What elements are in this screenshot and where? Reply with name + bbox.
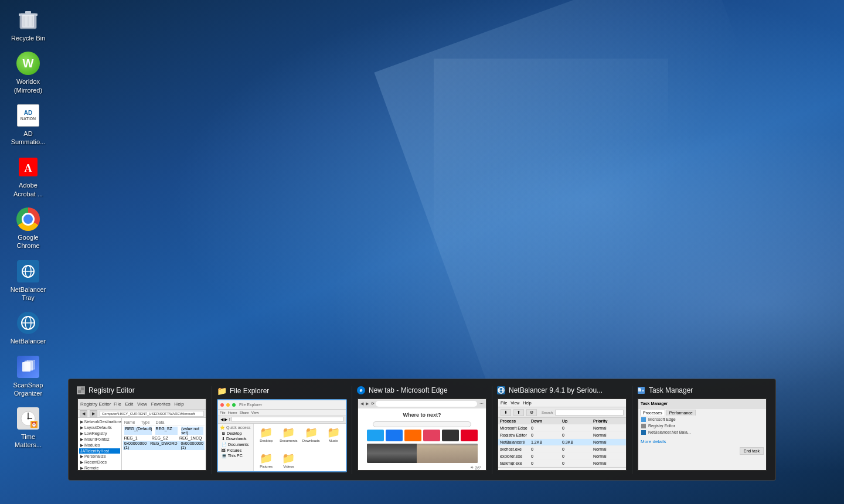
taskmgr-item-1: Microsoft Edge <box>639 417 765 423</box>
taskbar-popup: Registry Editor Registry Editor File Edi… <box>68 379 776 481</box>
separator-4 <box>632 386 632 474</box>
scansnap-icon <box>16 355 40 379</box>
thumb-header-explorer: 📁 File Explorer <box>215 386 349 399</box>
thumb-netbalancer[interactable]: NetBalancer 9.4.1 by Seriou... File View… <box>495 386 629 471</box>
edge-icon: e <box>357 386 365 394</box>
registry-editor-title: Registry Editor <box>89 386 135 394</box>
thumb-edge[interactable]: e New tab - Microsoft Edge ◀ ▶ ⟳ ⋯ Where… <box>355 386 489 471</box>
svg-text:A: A <box>25 162 32 174</box>
svg-rect-36 <box>640 389 641 391</box>
recycle-bin-icon <box>16 8 40 32</box>
google-chrome-label: Google Chrome <box>8 233 48 250</box>
svg-rect-37 <box>641 417 646 422</box>
desktop-icon-worldox[interactable]: W Worldox (Mirrored) <box>6 49 50 97</box>
thumb-task-manager[interactable]: Task Manager Task Manager Processes Perf… <box>635 386 770 471</box>
separator-1 <box>212 386 212 474</box>
recycle-bin-label: Recycle Bin <box>11 34 45 42</box>
desktop-icons: Recycle Bin W Worldox (Mirrored) AD NATI… <box>6 6 50 452</box>
netbalancer-thumb-title: NetBalancer 9.4.1 by Seriou... <box>509 386 603 394</box>
taskmgr-item-3: NetBalancer.Net Bala... <box>639 430 765 436</box>
edge-preview: ◀ ▶ ⟳ ⋯ Where to next? <box>357 398 487 471</box>
file-explorer-preview: File Explorer File Home Share View ◀ ▶ ↑ <box>217 399 347 472</box>
svg-rect-26 <box>78 387 81 390</box>
svg-text:⏰: ⏰ <box>31 421 37 427</box>
worldox-icon: W <box>16 52 40 75</box>
svg-rect-29 <box>81 387 84 390</box>
desktop-icon-google-chrome[interactable]: Google Chrome <box>6 205 50 253</box>
taskmgr-tab-processes[interactable]: Processes <box>640 410 665 416</box>
adobe-acrobat-label: Adobe Acrobat ... <box>8 181 48 198</box>
svg-rect-38 <box>641 424 646 428</box>
netbalancer-tray-label: NetBalancer Tray <box>8 285 48 302</box>
ad-summation-label: AD Summatio... <box>8 130 48 147</box>
svg-rect-35 <box>642 390 644 391</box>
netbalancer-icon <box>16 311 40 335</box>
svg-rect-17 <box>27 360 35 369</box>
ad-summation-icon: AD NATION <box>16 104 40 127</box>
svg-point-22 <box>28 418 29 420</box>
desktop-icon-scansnap[interactable]: ScanSnap Organizer <box>6 353 50 400</box>
thumb-header-taskmgr: Task Manager <box>635 386 770 398</box>
scansnap-label: ScanSnap Organizer <box>8 381 48 398</box>
thumb-header-edge: e New tab - Microsoft Edge <box>355 386 489 398</box>
google-chrome-icon <box>16 207 40 231</box>
netbalancer-preview: File View Help ⬇ ⬆ ⚙ Search Process Down… <box>497 398 627 471</box>
svg-rect-27 <box>81 390 84 393</box>
separator-3 <box>492 386 492 474</box>
taskmgr-more-details[interactable]: More details <box>638 437 766 446</box>
timematters-icon: ⏰ <box>16 407 40 430</box>
timematters-label: Time Matters... <box>8 433 48 449</box>
svg-rect-39 <box>641 430 646 435</box>
desktop-icon-adobe-acrobat[interactable]: A Adobe Acrobat ... <box>6 153 50 200</box>
desktop-icon-ad-summation[interactable]: AD NATION AD Summatio... <box>6 101 50 149</box>
thumb-file-explorer[interactable]: 📁 File Explorer File Explorer File Home … <box>215 386 349 472</box>
taskmgr-tabs: Processes Performance <box>638 408 766 416</box>
desktop-icon-recycle-bin[interactable]: Recycle Bin <box>6 6 50 45</box>
task-manager-preview: Task Manager Processes Performance Micro… <box>637 398 767 471</box>
netbalancer-thumb-icon <box>497 386 505 394</box>
thumb-registry-editor[interactable]: Registry Editor Registry Editor File Edi… <box>74 386 209 471</box>
taskmgr-list: Microsoft Edge Registry Editor NetBalanc… <box>638 416 766 437</box>
taskmgr-title-bar: Task Manager <box>638 399 766 408</box>
netbalancer-tray-icon <box>16 260 40 283</box>
thumb-header-registry: Registry Editor <box>74 386 209 398</box>
worldox-label: Worldox (Mirrored) <box>8 77 48 94</box>
desktop-icon-netbalancer[interactable]: NetBalancer <box>6 309 50 348</box>
task-manager-icon <box>637 386 645 394</box>
separator-2 <box>352 386 352 474</box>
taskmgr-item-2: Registry Editor <box>639 423 765 430</box>
reg-toolbar: Registry Editor File Edit View Favorites… <box>78 399 206 410</box>
svg-rect-6 <box>22 15 34 28</box>
edge-title: New tab - Microsoft Edge <box>369 386 448 394</box>
file-explorer-icon: 📁 <box>217 386 226 396</box>
registry-editor-icon <box>77 386 85 394</box>
svg-rect-28 <box>78 390 81 393</box>
task-manager-title: Task Manager <box>649 386 693 394</box>
desktop-icon-timematters[interactable]: ⏰ Time Matters... <box>6 404 50 452</box>
registry-editor-preview: Registry Editor File Edit View Favorites… <box>77 398 207 471</box>
taskmgr-tab-performance[interactable]: Performance <box>666 410 696 416</box>
svg-rect-2 <box>25 11 31 13</box>
desktop-icon-netbalancer-tray[interactable]: NetBalancer Tray <box>6 257 50 305</box>
adobe-acrobat-icon: A <box>16 155 40 179</box>
netbalancer-label: NetBalancer <box>11 337 46 345</box>
thumb-header-netbalancer: NetBalancer 9.4.1 by Seriou... <box>495 386 629 398</box>
taskmgr-btn-row: End task <box>638 446 766 456</box>
end-task-button[interactable]: End task <box>740 447 764 455</box>
file-explorer-title: File Explorer <box>230 387 269 395</box>
